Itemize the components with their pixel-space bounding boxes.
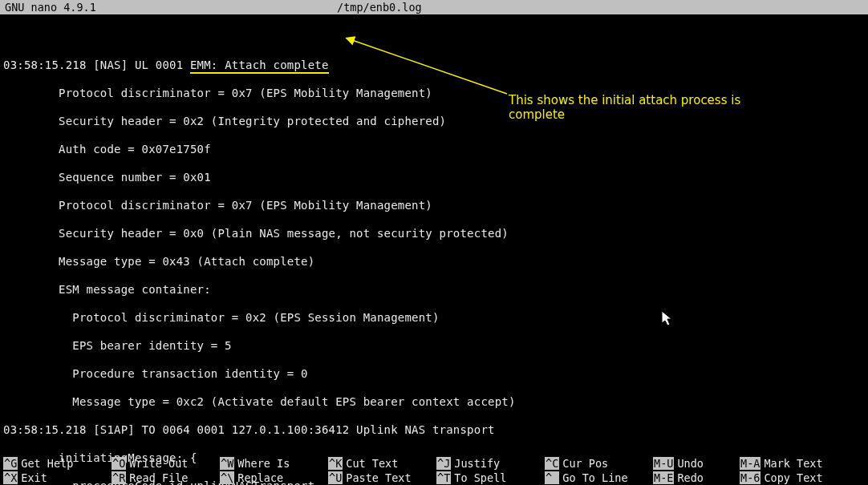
- shortcut-row-2: ^XExit ^RRead File ^\Replace ^UPaste Tex…: [0, 471, 868, 485]
- shortcut-go-to-line[interactable]: ^_Go To Line: [545, 471, 653, 485]
- shortcut-undo[interactable]: M-UUndo: [653, 457, 740, 471]
- app-name: GNU nano 4.9.1: [0, 1, 337, 14]
- editor-content[interactable]: 03:58:15.218 [NAS] UL 0001 EMM: Attach c…: [0, 14, 868, 485]
- shortcut-row-1: ^GGet Help ^OWrite Out ^WWhere Is ^KCut …: [0, 456, 868, 471]
- shortcut-cur-pos[interactable]: ^CCur Pos: [545, 457, 653, 471]
- shortcut-redo[interactable]: M-ERedo: [653, 471, 740, 485]
- annotation-line1: This shows the initial attach process is: [509, 93, 740, 107]
- log-line: 03:58:15.218 [S1AP] TO 0064 0001 127.0.1…: [3, 423, 865, 438]
- shortcut-read-file[interactable]: ^RRead File: [112, 471, 220, 485]
- shortcut-where-is[interactable]: ^WWhere Is: [220, 457, 328, 471]
- shortcut-get-help[interactable]: ^GGet Help: [3, 457, 112, 471]
- log-line: Procedure transaction identity = 0: [3, 367, 865, 382]
- shortcut-mark-text[interactable]: M-AMark Text: [740, 457, 848, 471]
- shortcut-write-out[interactable]: ^OWrite Out: [112, 457, 220, 471]
- shortcut-justify[interactable]: ^JJustify: [436, 457, 545, 471]
- annotation-callout: This shows the initial attach process is…: [509, 93, 740, 122]
- shortcut-bar: ^GGet Help ^OWrite Out ^WWhere Is ^KCut …: [0, 456, 868, 485]
- annotation-line2: complete: [509, 107, 740, 122]
- log-line: Auth code = 0x07e1750f: [3, 143, 865, 157]
- shortcut-copy-text[interactable]: M-6Copy Text: [740, 471, 848, 485]
- blank-line: [3, 30, 865, 45]
- shortcut-cut-text[interactable]: ^KCut Text: [328, 457, 436, 471]
- log-line: Sequence number = 0x01: [3, 171, 865, 185]
- highlighted-text: EMM: Attach complete: [190, 59, 329, 74]
- log-line: 03:58:15.218 [NAS] UL 0001 EMM: Attach c…: [3, 59, 865, 73]
- log-line: EPS bearer identity = 5: [3, 339, 865, 354]
- log-line: Security header = 0x0 (Plain NAS message…: [3, 227, 865, 241]
- shortcut-replace[interactable]: ^\Replace: [220, 471, 328, 485]
- log-line: ESM message container:: [3, 283, 865, 297]
- shortcut-exit[interactable]: ^XExit: [3, 471, 112, 485]
- file-path: /tmp/enb0.log: [337, 1, 422, 14]
- shortcut-to-spell[interactable]: ^TTo Spell: [436, 471, 545, 485]
- log-line: Protocol discriminator = 0x2 (EPS Sessio…: [3, 311, 865, 325]
- shortcut-paste-text[interactable]: ^UPaste Text: [328, 471, 436, 485]
- log-line: Message type = 0xc2 (Activate default EP…: [3, 395, 865, 410]
- log-line: Protocol discriminator = 0x7 (EPS Mobili…: [3, 199, 865, 213]
- titlebar: GNU nano 4.9.1 /tmp/enb0.log: [0, 0, 868, 14]
- log-line: Message type = 0x43 (Attach complete): [3, 255, 865, 269]
